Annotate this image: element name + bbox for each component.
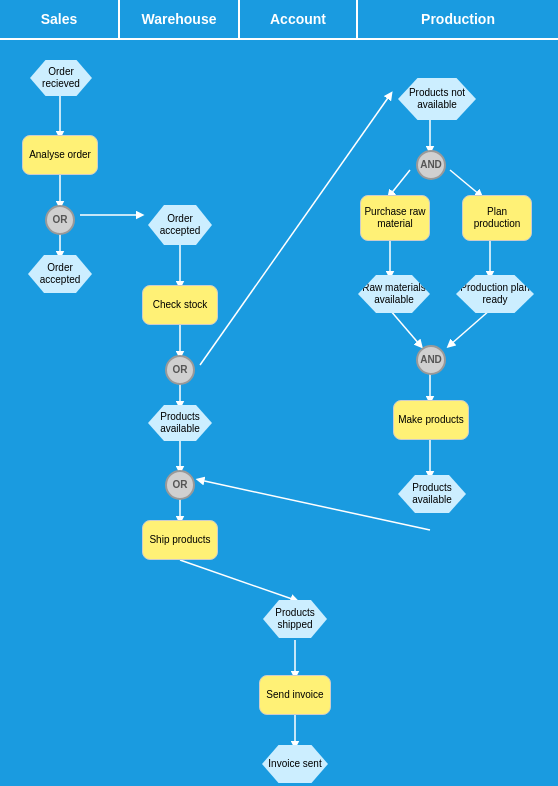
invoice-sent-shape: Invoice sent: [262, 745, 328, 783]
products-available-prod-shape: Products available: [398, 475, 466, 513]
and-gateway-1: AND: [416, 150, 446, 180]
header-account: Account: [240, 0, 358, 38]
headers: Sales Warehouse Account Production: [0, 0, 558, 40]
products-available-wh-shape: Products available: [148, 405, 212, 441]
or-gateway-3: OR: [165, 470, 195, 500]
diagram-container: Sales Warehouse Account Production: [0, 0, 558, 786]
svg-line-11: [200, 480, 430, 530]
send-invoice-shape: Send invoice: [259, 675, 331, 715]
header-production: Production: [358, 0, 558, 38]
header-warehouse: Warehouse: [120, 0, 240, 38]
products-shipped-shape: Products shipped: [263, 600, 327, 638]
analyse-order-shape: Analyse order: [22, 135, 98, 175]
or-gateway-2: OR: [165, 355, 195, 385]
purchase-raw-shape: Purchase raw material: [360, 195, 430, 241]
and-gateway-2: AND: [416, 345, 446, 375]
order-accepted-sales-shape: Order accepted: [28, 255, 92, 293]
check-stock-shape: Check stock: [142, 285, 218, 325]
order-accepted-wh-shape: Order accepted: [148, 205, 212, 245]
svg-line-13: [390, 170, 410, 195]
svg-line-17: [390, 310, 420, 345]
ship-products-shape: Ship products: [142, 520, 218, 560]
order-received-shape: Order recieved: [30, 60, 92, 96]
or-gateway-1: OR: [45, 205, 75, 235]
production-plan-ready-shape: Production plan ready: [456, 275, 534, 313]
content-area: Order recieved Analyse order OR Order ac…: [0, 40, 558, 786]
raw-materials-available-shape: Raw materials available: [358, 275, 430, 313]
make-products-shape: Make products: [393, 400, 469, 440]
header-sales: Sales: [0, 0, 120, 38]
svg-line-18: [450, 310, 490, 345]
svg-line-10: [180, 560, 295, 600]
svg-line-14: [450, 170, 480, 195]
products-not-available-shape: Products not available: [398, 78, 476, 120]
plan-production-shape: Plan production: [462, 195, 532, 241]
